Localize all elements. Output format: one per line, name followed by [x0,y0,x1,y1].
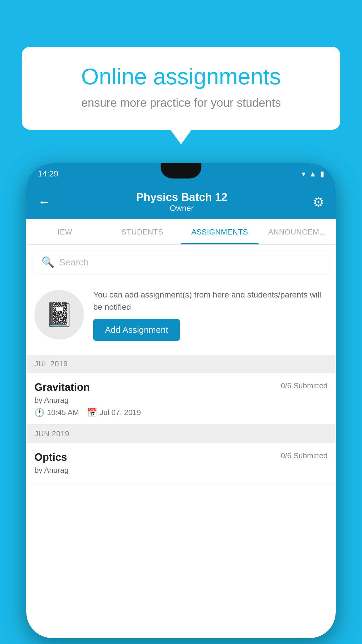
search-icon: 🔍 [41,256,55,268]
wifi-icon: ▾ [302,169,305,178]
assignment-author-optics: by Anurag [34,466,328,475]
scrollable-content: 🔍 Search 📓 You can add assignment(s) fro… [26,245,336,638]
assignment-meta: 🕐 10:45 AM 📅 Jul 07, 2019 [34,408,328,417]
phone-frame: 14:29 ▾ ▲ ▮ ← Physics Batch 12 Owner ⚙ [26,163,336,638]
assignment-submitted: 0/6 Submitted [281,381,328,390]
tab-iew[interactable]: IEW [26,219,104,244]
assignment-header: Gravitation 0/6 Submitted [34,381,328,393]
assignment-time: 10:45 AM [47,408,79,417]
add-assignment-button[interactable]: Add Assignment [93,319,180,341]
section-header-jul: JUL 2019 [26,355,336,373]
status-bar: 14:29 ▾ ▲ ▮ [26,163,336,184]
info-card-subtitle: ensure more practice for your students [42,96,320,109]
status-icons: ▾ ▲ ▮ [302,169,324,178]
app-bar-title: Physics Batch 12 [136,191,227,204]
app-bar-center: Physics Batch 12 Owner [136,191,227,213]
info-card: Online assignments ensure more practice … [22,47,340,130]
meta-date: 📅 Jul 07, 2019 [87,408,141,417]
section-header-jun: JUN 2019 [26,425,336,443]
calendar-icon: 📅 [87,408,97,417]
assignment-item-gravitation[interactable]: Gravitation 0/6 Submitted by Anurag 🕐 10… [26,373,336,425]
tab-announcements[interactable]: ANNOUNCEM... [259,219,336,244]
assignment-submitted-optics: 0/6 Submitted [281,451,328,460]
tab-assignments[interactable]: ASSIGNMENTS [181,219,259,244]
info-card-title: Online assignments [42,64,320,89]
clock-icon: 🕐 [34,408,45,417]
app-bar: ← Physics Batch 12 Owner ⚙ [26,184,336,219]
notebook-icon: 📓 [45,301,74,328]
signal-icon: ▲ [309,169,317,178]
back-button[interactable]: ← [38,195,51,209]
meta-time: 🕐 10:45 AM [34,408,79,417]
search-input-placeholder: Search [59,257,89,268]
assignment-item-optics[interactable]: Optics 0/6 Submitted by Anurag [26,443,336,485]
settings-button[interactable]: ⚙ [313,195,324,209]
assignment-header-optics: Optics 0/6 Submitted [34,451,328,463]
assignment-title-optics: Optics [34,451,67,463]
phone-screen: 14:29 ▾ ▲ ▮ ← Physics Batch 12 Owner ⚙ [26,163,336,638]
promo-section: 📓 You can add assignment(s) from here an… [26,279,336,350]
assignment-date: Jul 07, 2019 [100,408,141,417]
tabs-bar: IEW STUDENTS ASSIGNMENTS ANNOUNCEM... [26,219,336,245]
assignment-title: Gravitation [34,381,90,393]
tab-students[interactable]: STUDENTS [104,219,181,244]
promo-text: You can add assignment(s) from here and … [93,289,328,341]
promo-description: You can add assignment(s) from here and … [93,289,328,313]
battery-icon: ▮ [320,169,324,178]
search-bar[interactable]: 🔍 Search [33,251,329,274]
status-time: 14:29 [38,169,58,178]
notch [161,163,201,178]
app-bar-subtitle: Owner [136,204,227,213]
assignment-author: by Anurag [34,396,328,405]
promo-icon-circle: 📓 [34,290,84,340]
